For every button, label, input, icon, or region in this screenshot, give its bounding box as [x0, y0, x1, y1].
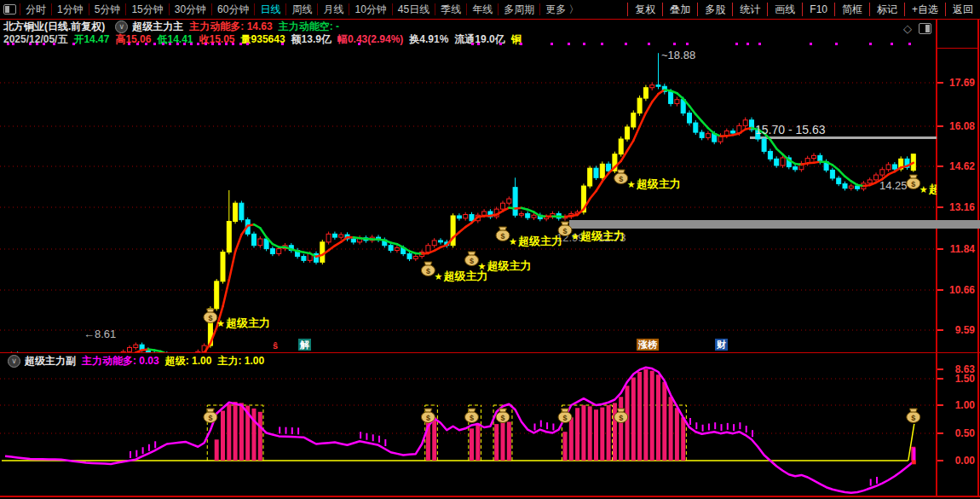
sub-axis-label: 1.50: [955, 373, 975, 385]
tab-分时[interactable]: 分时: [20, 3, 51, 17]
svg-text:$: $: [562, 414, 567, 422]
tab-周线[interactable]: 周线: [286, 3, 317, 17]
indicator-field: 主力动能多: 14.63: [189, 20, 272, 32]
sub-chart-canvas[interactable]: $$$$$$$: [0, 353, 937, 496]
svg-text:$: $: [911, 180, 915, 189]
money-bag-icon: $: [558, 409, 572, 423]
tab-10分钟[interactable]: 10分钟: [349, 3, 391, 17]
chart-badge-解[interactable]: 解: [298, 339, 311, 351]
axis-tick-mark: [937, 460, 943, 461]
tab-更多 〉[interactable]: 更多 〉: [540, 3, 584, 17]
button-画线[interactable]: 画线: [767, 3, 802, 16]
button-统计[interactable]: 统计: [732, 3, 767, 16]
button-标记[interactable]: 标记: [869, 3, 904, 16]
quote-header-row: 北方铜业(日线.前复权) ∨ 超级主力主 主力动能多: 14.63主力动能空: …: [3, 20, 345, 33]
axis-tick-mark: [937, 432, 943, 434]
collapse-chevron-icon[interactable]: ∨: [8, 355, 20, 368]
chart-badge-ŝ[interactable]: ŝ: [271, 339, 280, 351]
axis-tick-mark: [937, 378, 943, 380]
tab-45日线[interactable]: 45日线: [393, 3, 435, 17]
sub-value-energy: 主力动能多: 0.03: [82, 354, 159, 368]
tab-30分钟[interactable]: 30分钟: [170, 3, 211, 17]
svg-text:超级主力: 超级主力: [487, 259, 532, 272]
chart-corner-icons: ◇: [903, 22, 931, 35]
money-bag-icon: $: [204, 409, 217, 423]
svg-text:★: ★: [478, 261, 487, 271]
svg-text:★: ★: [919, 184, 928, 194]
svg-text:←8.61: ←8.61: [84, 328, 116, 340]
window-bottom-border: [0, 496, 980, 497]
svg-text:★: ★: [216, 318, 225, 328]
pane-split-icon[interactable]: [919, 23, 931, 34]
axis-tick-mark: [937, 404, 943, 406]
button-复权[interactable]: 复权: [627, 3, 662, 16]
tab-1分钟[interactable]: 1分钟: [52, 3, 89, 17]
signal-dots-row: [7, 43, 911, 45]
svg-text:$: $: [911, 414, 915, 422]
tab-60分钟[interactable]: 60分钟: [212, 3, 254, 17]
svg-text:15.70 - 15.63: 15.70 - 15.63: [755, 123, 826, 136]
svg-text:超级主力: 超级主力: [636, 177, 681, 190]
svg-text:$: $: [208, 414, 212, 422]
tab-季线[interactable]: 季线: [435, 3, 466, 17]
tab-年线[interactable]: 年线: [467, 3, 498, 17]
sub-value-super: 超级: 1.00: [165, 354, 212, 368]
button-简框[interactable]: 简框: [834, 3, 869, 16]
chart-badge-涨榜[interactable]: 涨榜: [637, 339, 659, 351]
svg-text:超级主力: 超级主力: [517, 235, 562, 247]
sub-axis-label: 0.00: [955, 455, 975, 467]
button-叠加[interactable]: 叠加: [662, 3, 697, 16]
svg-text:超级: 超级: [928, 183, 937, 195]
diamond-icon[interactable]: ◇: [903, 22, 912, 35]
svg-text:★: ★: [509, 236, 517, 247]
main-buy-signals: $★超级主力$★超级主力$★超级主力$★超级主力$★超级主力$★超级主力$★超级: [204, 170, 937, 329]
money-bag-icon: $: [421, 409, 435, 423]
svg-text:$: $: [208, 314, 212, 322]
toolbar-buttons: 复权叠加多股统计画线F10简框标记+自选返回: [627, 0, 980, 19]
sub-buy-signals: $$$$$$$: [204, 409, 920, 423]
svg-text:★: ★: [627, 179, 636, 189]
svg-text:超级主力: 超级主力: [442, 270, 487, 282]
svg-text:$: $: [619, 175, 623, 183]
money-bag-icon: $: [421, 262, 435, 276]
tab-月线[interactable]: 月线: [318, 3, 349, 17]
indicator-name-sub: 超级主力副: [25, 354, 76, 368]
money-bag-icon: $: [204, 309, 217, 323]
sub-axis-label: 1.00: [955, 399, 975, 411]
money-bag-icon: $: [465, 252, 479, 266]
top-toolbar: 分时1分钟5分钟15分钟30分钟60分钟日线周线月线10分钟45日线季线年线多周…: [0, 0, 980, 19]
svg-text:$: $: [470, 414, 474, 422]
svg-text:★: ★: [571, 231, 579, 241]
sub-axis-label: 0.50: [955, 427, 975, 439]
axis-top-border: [937, 48, 978, 49]
main-chart-canvas[interactable]: ~18.88←8.6115.70 - 15.6314.2512.9912.73$…: [0, 39, 937, 352]
svg-text:$: $: [470, 257, 474, 265]
money-bag-icon: $: [614, 170, 628, 184]
svg-text:$: $: [562, 227, 567, 235]
candlestick-series: [3, 53, 916, 352]
svg-text:超级主力: 超级主力: [225, 316, 270, 329]
button-F10[interactable]: F10: [802, 3, 834, 16]
svg-text:$: $: [426, 267, 430, 276]
window-split-icon[interactable]: [3, 4, 16, 15]
svg-text:$: $: [619, 414, 623, 422]
window-right-border: [977, 19, 979, 497]
tab-日线[interactable]: 日线: [255, 3, 285, 17]
money-bag-icon: $: [558, 222, 572, 236]
tab-多周期[interactable]: 多周期: [499, 3, 539, 17]
svg-text:★: ★: [434, 271, 442, 281]
svg-text:~18.88: ~18.88: [661, 49, 695, 61]
chart-badge-财[interactable]: 财: [715, 339, 728, 351]
collapse-chevron-icon[interactable]: ∨: [115, 20, 128, 33]
money-bag-icon: $: [907, 175, 920, 189]
money-bag-icon: $: [496, 227, 510, 241]
sub-indicator-header: ∨ 超级主力副 主力动能多: 0.03 超级: 1.00 主力: 1.00: [3, 354, 270, 368]
svg-text:$: $: [500, 232, 504, 241]
main-annotations: ~18.88←8.6115.70 - 15.6314.2512.9912.73: [84, 49, 908, 340]
button-多股[interactable]: 多股: [697, 3, 732, 16]
sub-value-main: 主力: 1.00: [217, 354, 264, 368]
tab-5分钟[interactable]: 5分钟: [89, 3, 126, 17]
tab-15分钟[interactable]: 15分钟: [126, 3, 168, 17]
svg-text:$: $: [426, 414, 430, 422]
sub-axis: 1.501.000.500.00: [937, 0, 980, 499]
